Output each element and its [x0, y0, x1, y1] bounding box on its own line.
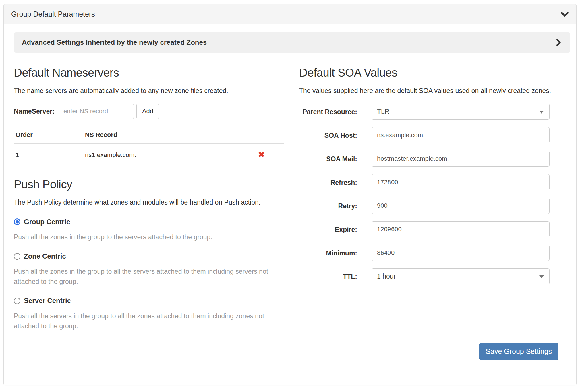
soa-host-label: SOA Host:	[299, 127, 357, 143]
nameserver-input[interactable]	[59, 104, 134, 119]
delete-nameserver-icon[interactable]: ✖	[258, 151, 264, 159]
default-soa-values-heading: Default SOA Values	[299, 66, 569, 79]
right-column: Default SOA Values The values supplied h…	[299, 62, 569, 331]
chevron-right-icon[interactable]	[555, 39, 562, 46]
save-group-settings-button[interactable]: Save Group Settings	[479, 343, 558, 360]
radio-label-group-centric: Group Centric	[24, 218, 70, 226]
push-policy-heading: Push Policy	[14, 178, 284, 191]
advanced-settings-label: Advanced Settings Inherited by the newly…	[22, 38, 207, 46]
advanced-settings-bar[interactable]: Advanced Settings Inherited by the newly…	[14, 32, 570, 53]
radio-desc-group-centric: Push all the zones in the group to the s…	[14, 232, 284, 242]
soa-mail-input[interactable]	[372, 151, 550, 167]
radio-label-server-centric: Server Centric	[24, 297, 71, 305]
expire-input[interactable]	[372, 221, 550, 237]
ttl-value: 1 hour	[377, 273, 396, 280]
push-policy-description: The Push Policy determine what zones and…	[14, 198, 284, 207]
radio-group-centric[interactable]	[14, 218, 20, 225]
ns-row-order: 1	[14, 143, 83, 166]
minimum-input[interactable]	[372, 245, 550, 261]
default-nameservers-description: The name servers are automatically added…	[14, 86, 284, 96]
table-header-order: Order	[14, 128, 83, 143]
radio-desc-server-centric: Push all the servers in the group to all…	[14, 311, 284, 331]
table-row: 1 ns1.example.com. ✖	[14, 143, 284, 166]
radio-label-zone-centric: Zone Centric	[24, 252, 66, 260]
parent-resource-label: Parent Resource:	[299, 104, 357, 120]
caret-down-icon	[539, 275, 544, 278]
radio-option-group-centric[interactable]: Group Centric	[14, 218, 284, 226]
nameserver-field-label: NameServer:	[14, 108, 55, 115]
radio-zone-centric[interactable]	[14, 253, 20, 260]
panel-header[interactable]: Group Default Parameters	[4, 4, 576, 24]
soa-mail-label: SOA Mail:	[299, 151, 357, 167]
group-default-parameters-panel: Group Default Parameters Advanced Settin…	[3, 4, 577, 385]
ttl-label: TTL:	[299, 268, 357, 284]
radio-desc-zone-centric: Push all the zones in the group to all t…	[14, 267, 284, 286]
default-soa-values-description: The values supplied here are the default…	[299, 86, 569, 96]
panel-title: Group Default Parameters	[11, 10, 95, 18]
add-nameserver-button[interactable]: Add	[136, 104, 159, 119]
expire-label: Expire:	[299, 221, 357, 237]
soa-form: Parent Resource: TLR SOA Host:	[299, 104, 569, 284]
table-header-actions	[240, 128, 284, 143]
radio-option-server-centric[interactable]: Server Centric	[14, 297, 284, 305]
radio-server-centric[interactable]	[14, 298, 20, 304]
caret-down-icon	[539, 111, 544, 114]
refresh-label: Refresh:	[299, 174, 357, 190]
chevron-down-icon[interactable]	[561, 10, 569, 18]
ns-row-record: ns1.example.com.	[83, 143, 240, 166]
refresh-input[interactable]	[372, 174, 550, 190]
minimum-label: Minimum:	[299, 245, 357, 261]
left-column: Default Nameservers The name servers are…	[14, 62, 284, 331]
retry-input[interactable]	[372, 198, 550, 214]
default-nameservers-heading: Default Nameservers	[14, 66, 284, 79]
parent-resource-value: TLR	[377, 108, 389, 116]
retry-label: Retry:	[299, 198, 357, 214]
ttl-select[interactable]: 1 hour	[372, 268, 550, 284]
nameservers-table: Order NS Record 1 ns1.example.com. ✖	[14, 128, 284, 166]
radio-option-zone-centric[interactable]: Zone Centric	[14, 252, 284, 260]
soa-host-input[interactable]	[372, 127, 550, 143]
parent-resource-select[interactable]: TLR	[372, 104, 550, 120]
table-header-ns-record: NS Record	[83, 128, 240, 143]
